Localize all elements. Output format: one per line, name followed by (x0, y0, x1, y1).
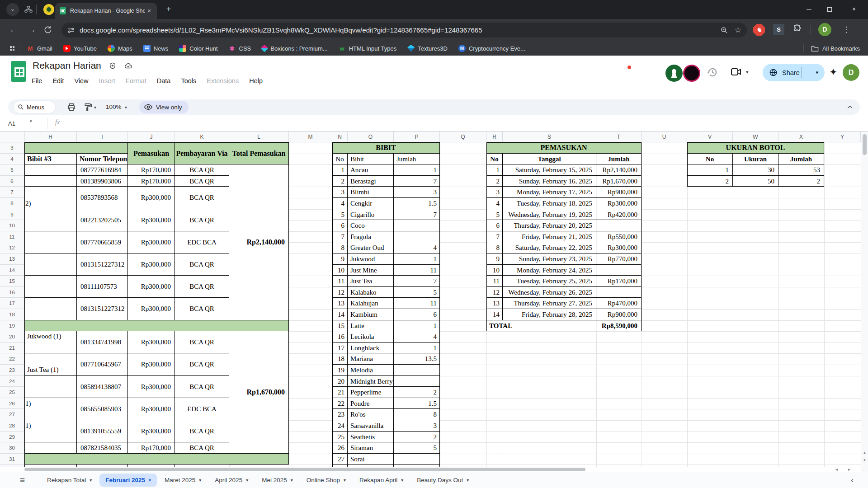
pemasukan-cell-amount[interactable]: Rp300,000 (596, 198, 642, 209)
column-header-T[interactable]: T (596, 131, 642, 142)
pemasukan-cell-no[interactable]: 6 (486, 220, 503, 231)
bibit-cell-qty[interactable]: 2 (394, 387, 440, 398)
bibit-cell-no[interactable]: 3 (332, 187, 348, 198)
row-header-25[interactable]: 25 (0, 387, 24, 398)
main-cell-amount[interactable]: Rp300,000 (128, 231, 175, 253)
main-cell-amount[interactable]: Rp170,000 (128, 442, 175, 454)
row-header-16[interactable]: 16 (0, 287, 24, 298)
menu-data[interactable]: Data (157, 77, 171, 84)
bibit-cell-no[interactable]: 18 (332, 353, 348, 365)
main-sliver-cell[interactable] (128, 465, 175, 467)
bibit-header-no[interactable]: No (332, 154, 348, 165)
bibit-title[interactable]: BIBIT (332, 142, 440, 154)
scroll-up-icon[interactable]: ▴ (861, 450, 868, 455)
bookmark-cryptocurrency-eve[interactable]: MCryptocurrency Eve... (458, 45, 525, 52)
column-header-N[interactable]: N (332, 131, 348, 142)
main-cell-amount[interactable]: Rp170,000 (128, 164, 175, 176)
sheet-tab-caret-icon[interactable]: ▾ (401, 478, 403, 483)
collapse-toolbar-icon[interactable] (846, 103, 854, 111)
bibit-cell-qty[interactable]: 2 (394, 432, 440, 443)
menu-file[interactable]: File (32, 77, 42, 84)
row-header-13[interactable]: 13 (0, 253, 24, 265)
column-header-H[interactable]: H (24, 131, 77, 142)
pemasukan-cell-amount[interactable]: Rp900,000 (596, 187, 642, 198)
main-cell-via[interactable]: BCA QR (175, 209, 229, 231)
vertical-scrollbar-thumb[interactable] (863, 134, 867, 155)
bookmark-boxicons-premium[interactable]: Boxicons : Premium... (262, 45, 327, 52)
column-header-I[interactable]: I (77, 131, 128, 142)
browser-tab-active[interactable]: Rekapan Harian - Google Sheets × (55, 3, 157, 19)
bibit-cell-no[interactable]: 25 (332, 432, 348, 443)
pemasukan-cell-amount[interactable]: Rp470,000 (596, 298, 642, 309)
main-cell-amount[interactable]: Rp300,000 (128, 376, 175, 398)
scroll-down-icon[interactable]: ▾ (861, 458, 868, 462)
window-maximize-button[interactable] (819, 0, 840, 18)
browser-menu-icon[interactable]: ⋮ (842, 23, 851, 36)
main-header-band[interactable] (24, 142, 128, 154)
bibit-cell-no[interactable]: 4 (332, 198, 348, 209)
adblock-extension-icon[interactable] (753, 24, 765, 36)
main-cell-via[interactable]: BCA QR (175, 331, 229, 353)
sheet-tab-mei-2025[interactable]: Mei 2025▾ (256, 474, 299, 487)
column-header-X[interactable]: X (778, 131, 824, 142)
main-cell-bibit[interactable] (24, 164, 77, 176)
row-header-7[interactable]: 7 (0, 187, 24, 198)
row-header-24[interactable]: 24 (0, 376, 24, 387)
pemasukan-cell-no[interactable]: 4 (486, 198, 503, 209)
pemasukan-cell-date[interactable]: Wednesday, February 19, 2025 (503, 209, 596, 221)
bibit-cell-qty[interactable]: 1 (394, 164, 440, 176)
main-cell-phone[interactable]: 082213202505 (77, 209, 128, 231)
tab-search-button[interactable]: ⌄ (6, 3, 19, 16)
pemasukan-cell-no[interactable]: 11 (486, 276, 503, 287)
main-cell-phone[interactable]: 0813151227312 (77, 253, 128, 276)
row-header-28[interactable]: 28 (0, 420, 24, 432)
main-cell-amount[interactable]: Rp300,000 (128, 298, 175, 320)
bibit-cell-qty[interactable] (394, 365, 440, 376)
grid-corner[interactable] (0, 131, 24, 142)
main-cell-amount[interactable]: Rp170,000 (128, 176, 175, 187)
row-header-8[interactable]: 8 (0, 198, 24, 209)
main-cell-bibit[interactable] (24, 187, 77, 209)
bibit-cell-no[interactable]: 28 (332, 465, 348, 467)
main-cell-via[interactable]: BCA QR (175, 164, 229, 176)
main-cell-via[interactable]: EDC BCA (175, 231, 229, 253)
paint-format-button[interactable] (83, 103, 92, 112)
bibit-cell-name[interactable]: Just Mine (348, 265, 394, 276)
bibit-cell-no[interactable]: 10 (332, 265, 348, 276)
bibit-cell-qty[interactable]: 11 (394, 265, 440, 276)
bibit-cell-no[interactable]: 24 (332, 420, 348, 432)
bibit-cell-name[interactable]: Greater Oud (348, 242, 394, 253)
pemasukan-cell-amount[interactable]: Rp420,000 (596, 209, 642, 221)
main-cell-bibit[interactable] (24, 376, 77, 398)
main-cell-amount[interactable]: Rp300,000 (128, 253, 175, 276)
pemasukan-cell-no[interactable]: 3 (486, 187, 503, 198)
bibit-cell-name[interactable]: Latte (348, 320, 394, 332)
bibit-cell-name[interactable]: Blimbi (348, 187, 394, 198)
pemasukan-cell-no[interactable]: 12 (486, 287, 503, 298)
sheet-tab-caret-icon[interactable]: ▾ (344, 478, 346, 483)
bibit-cell-no[interactable]: 2 (332, 176, 348, 187)
pemasukan-cell-date[interactable]: Friday, February 28, 2025 (503, 309, 596, 320)
camera-caret-icon[interactable]: ▾ (746, 69, 749, 75)
share-button[interactable]: Share ▾ (763, 64, 825, 81)
pemasukan-cell-date[interactable]: Friday, February 21, 2025 (503, 231, 596, 243)
main-header-nomor-telepon[interactable]: Nomor Telepon (77, 154, 128, 165)
tab-organize-icon[interactable] (24, 6, 33, 13)
bibit-cell-name[interactable]: Lecikola (348, 331, 394, 343)
all-bookmarks-button[interactable]: All Bookmarks (803, 44, 860, 52)
document-status-cloud-icon[interactable] (124, 62, 133, 70)
row-header-17[interactable]: 17 (0, 298, 24, 309)
main-cell-phone[interactable]: 08537893568 (77, 187, 128, 209)
main-cell-bibit[interactable] (24, 231, 77, 253)
row-header-20[interactable]: 20 (0, 331, 24, 343)
ukuran-header-jumlah[interactable]: Jumlah (778, 154, 824, 165)
zoom-icon[interactable] (720, 26, 728, 34)
bibit-cell-no[interactable]: 5 (332, 209, 348, 221)
window-close-button[interactable]: × (844, 0, 864, 18)
bibit-cell-qty[interactable]: 8 (394, 409, 440, 420)
view-only-badge[interactable]: View only (139, 101, 189, 113)
sheet-tab-april-2025[interactable]: April 2025▾ (209, 474, 254, 487)
row-header-21[interactable]: 21 (0, 343, 24, 354)
bibit-cell-qty[interactable]: 4 (394, 242, 440, 253)
row-header-31[interactable]: 31 (0, 454, 24, 465)
